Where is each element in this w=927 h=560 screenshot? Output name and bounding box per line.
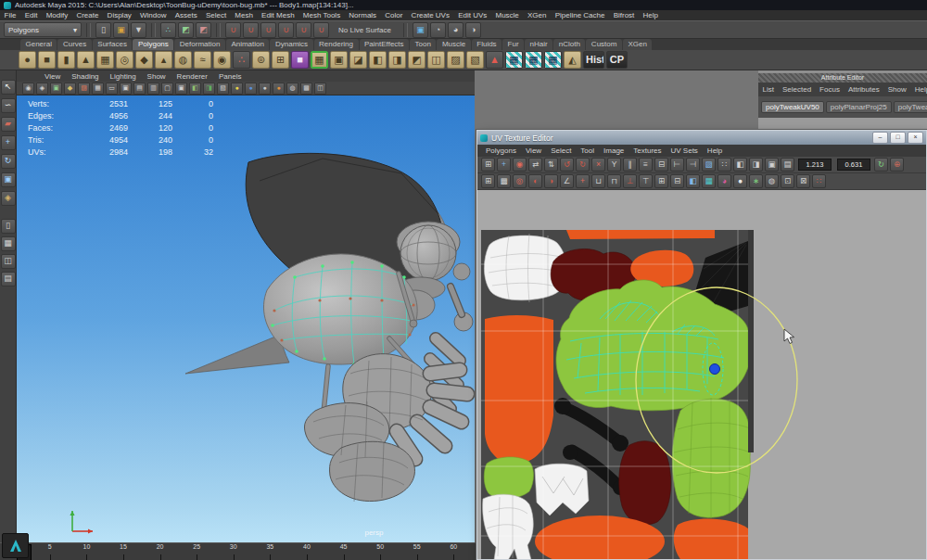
menu-item[interactable]: File bbox=[0, 10, 20, 20]
uv-canvas[interactable] bbox=[477, 190, 926, 559]
menu-item[interactable]: Edit bbox=[20, 10, 42, 20]
panel-menu-item[interactable]: View bbox=[39, 72, 66, 81]
uv-dots-icon[interactable]: ∷ bbox=[717, 158, 731, 172]
open-scene-icon[interactable]: ▣ bbox=[113, 22, 129, 38]
move-and-sew-icon[interactable]: ≡ bbox=[639, 158, 653, 172]
uv-menu-item[interactable]: Help bbox=[703, 146, 727, 155]
snap-to-point-icon[interactable]: ∪ bbox=[260, 22, 276, 38]
close-button[interactable]: × bbox=[908, 132, 923, 144]
menu-item[interactable]: XGen bbox=[523, 10, 551, 20]
scale-tool-icon[interactable]: ▣ bbox=[1, 172, 16, 187]
rgb-channels-icon[interactable]: ◕ bbox=[717, 174, 731, 188]
bookmark-icon[interactable]: ◆ bbox=[64, 83, 76, 95]
boolean-union-icon[interactable]: ◨ bbox=[388, 51, 406, 69]
shelf-tab[interactable]: Surfaces bbox=[93, 39, 133, 50]
distribute-u-icon[interactable]: ⊥ bbox=[623, 174, 637, 188]
uv-menu-item[interactable]: Tool bbox=[576, 146, 599, 155]
image-display-icon[interactable]: ◧ bbox=[686, 174, 700, 188]
uv-menu-item[interactable]: Polygons bbox=[481, 146, 521, 155]
gate-mask-icon[interactable]: ▤ bbox=[133, 83, 146, 95]
layout-two-pane-icon[interactable]: ◫ bbox=[1, 254, 16, 269]
hist-icon[interactable]: Hist bbox=[583, 51, 604, 69]
uv-pivot-icon[interactable]: ⊕ bbox=[890, 158, 904, 172]
poly-prism-icon[interactable]: ◆ bbox=[135, 51, 153, 69]
menu-item[interactable]: Modify bbox=[42, 10, 72, 20]
shelf-tab[interactable]: Deformation bbox=[174, 39, 225, 50]
sew-uv-edges-icon[interactable]: ∥ bbox=[623, 158, 637, 172]
menu-item[interactable]: Create UVs bbox=[407, 10, 454, 20]
minimize-button[interactable]: – bbox=[872, 132, 888, 144]
attribute-node-tab[interactable]: polyTweak5 bbox=[894, 101, 927, 113]
snap-to-view-plane-icon[interactable]: ∪ bbox=[296, 22, 311, 38]
shelf-tab[interactable]: Rendering bbox=[314, 39, 359, 50]
unstack-shells-icon[interactable]: ⊓ bbox=[607, 174, 621, 188]
shadows-icon[interactable]: ● bbox=[245, 83, 257, 95]
field-chart-icon[interactable]: ▥ bbox=[147, 83, 159, 95]
poly-cube-icon[interactable]: ■ bbox=[38, 51, 56, 69]
paste-uv-icon[interactable]: ▤ bbox=[781, 158, 794, 172]
menu-set-selector[interactable]: Polygons ▾ bbox=[4, 22, 82, 37]
menu-item[interactable]: Muscle bbox=[491, 10, 524, 20]
copy-uv-icon[interactable]: ▣ bbox=[765, 158, 779, 172]
pixel-snap-icon[interactable]: ▩ bbox=[497, 174, 511, 188]
combine-icon[interactable]: ▣ bbox=[330, 51, 348, 69]
poly-pipe-icon[interactable]: ◍ bbox=[174, 51, 192, 69]
attribute-menu-item[interactable]: Selected bbox=[778, 85, 815, 94]
paste-value-icon[interactable]: ⊠ bbox=[796, 174, 810, 188]
subdiv-proxy-icon[interactable]: ⊞ bbox=[272, 51, 289, 69]
smooth-mesh-icon[interactable]: ⊚ bbox=[252, 51, 270, 69]
attribute-node-tab[interactable]: polyTweakUV50 bbox=[761, 101, 824, 113]
make-live-icon[interactable]: ∪ bbox=[313, 22, 329, 38]
texture-options-icon[interactable]: ◍ bbox=[765, 174, 779, 188]
uv-editor-titlebar[interactable]: UV Texture Editor –□× bbox=[477, 131, 926, 145]
attribute-menu-item[interactable]: Show bbox=[883, 85, 910, 94]
uv-u-value-field[interactable]: 1.213 bbox=[798, 159, 832, 171]
layout-single-pane-icon[interactable]: ▯ bbox=[1, 219, 16, 234]
corner-align-icon[interactable]: ∠ bbox=[560, 174, 574, 188]
sculpt-tool-icon[interactable]: ∴ bbox=[233, 51, 250, 69]
move-tool-icon[interactable]: + bbox=[1, 135, 16, 150]
menu-item[interactable]: Create bbox=[72, 10, 103, 20]
move-uv-shell-icon[interactable]: + bbox=[497, 158, 511, 172]
menu-item[interactable]: Display bbox=[103, 10, 135, 20]
rotate-tool-icon[interactable]: ↻ bbox=[1, 154, 16, 169]
uv-menu-item[interactable]: Image bbox=[599, 146, 629, 155]
uv-lattice-tool-icon[interactable]: ⊞ bbox=[481, 158, 495, 172]
center-pivot-icon[interactable]: + bbox=[576, 174, 590, 188]
textured-icon[interactable]: ▩ bbox=[300, 83, 312, 95]
poly-sphere-icon[interactable]: ● bbox=[19, 51, 36, 69]
menu-item[interactable]: Mesh bbox=[231, 10, 258, 20]
cp-icon[interactable]: CP bbox=[606, 51, 628, 69]
live-object-icon[interactable]: ▦ bbox=[311, 51, 328, 69]
frame-selection-icon[interactable]: ◨ bbox=[203, 83, 215, 95]
shelf-tab[interactable]: Fur bbox=[502, 39, 524, 50]
boolean-difference-icon[interactable]: ◩ bbox=[408, 51, 425, 69]
flip-u-icon[interactable]: ⇄ bbox=[528, 158, 542, 172]
uv-menu-item[interactable]: Textures bbox=[629, 146, 666, 155]
distribute-v-icon[interactable]: ⊤ bbox=[639, 174, 653, 188]
menu-item[interactable]: Bifrost bbox=[609, 10, 639, 20]
snap-to-grid-icon[interactable]: ∪ bbox=[225, 22, 241, 38]
checker-map-icon[interactable]: ▦ bbox=[505, 51, 523, 69]
separate-icon[interactable]: ◪ bbox=[349, 51, 367, 69]
add-to-isolation-icon[interactable]: ◨ bbox=[749, 158, 763, 172]
flip-shell-v-icon[interactable]: ◑ bbox=[544, 174, 558, 188]
alpha-channel-icon[interactable]: ● bbox=[733, 174, 747, 188]
ambient-occlusion-icon[interactable]: ● bbox=[259, 83, 271, 95]
menu-item[interactable]: Edit UVs bbox=[454, 10, 491, 20]
wireframe-on-shaded-icon[interactable]: ◫ bbox=[314, 83, 326, 95]
panel-menu-item[interactable]: Shading bbox=[66, 72, 104, 81]
panel-menu-item[interactable]: Panels bbox=[213, 72, 247, 81]
attribute-menu-item[interactable]: List bbox=[758, 85, 778, 94]
stack-shells-icon[interactable]: ⊔ bbox=[591, 174, 605, 188]
flip-v-icon[interactable]: ⇅ bbox=[544, 158, 558, 172]
panel-menu-item[interactable]: Renderer bbox=[171, 72, 213, 81]
subdiv-cube-icon[interactable]: ■ bbox=[291, 51, 309, 69]
menu-item[interactable]: Color bbox=[381, 10, 407, 20]
menu-item[interactable]: Help bbox=[639, 10, 663, 20]
save-scene-icon[interactable]: ▼ bbox=[131, 22, 146, 38]
render-settings-icon[interactable]: ◑ bbox=[465, 22, 481, 38]
cut-uv-edges-icon[interactable]: × bbox=[591, 158, 605, 172]
grid-icon[interactable]: ▦ bbox=[92, 83, 104, 95]
layout-uv-icon[interactable]: ⊟ bbox=[654, 158, 668, 172]
